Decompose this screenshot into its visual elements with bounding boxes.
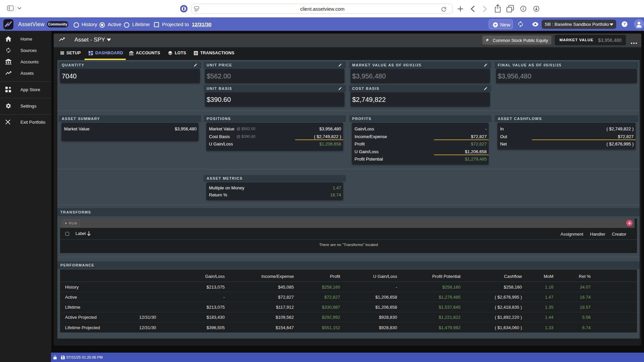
svg-text:?: ? xyxy=(623,22,626,26)
